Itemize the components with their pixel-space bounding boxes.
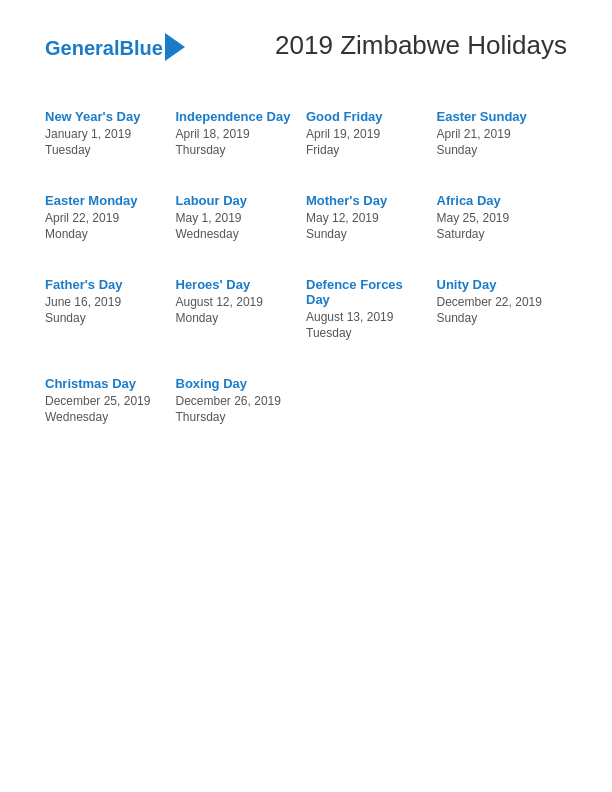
list-item: Labour DayMay 1, 2019Wednesday	[176, 175, 307, 259]
holiday-date: January 1, 2019	[45, 127, 166, 141]
holiday-name: Unity Day	[437, 277, 558, 292]
holiday-name: Boxing Day	[176, 376, 297, 391]
logo: GeneralBlue	[45, 33, 185, 59]
holiday-day: Sunday	[437, 311, 558, 325]
page-header: GeneralBlue 2019 Zimbabwe Holidays	[0, 0, 612, 81]
list-item: Christmas DayDecember 25, 2019Wednesday	[45, 358, 176, 442]
list-item: Defence Forces DayAugust 13, 2019Tuesday	[306, 259, 437, 358]
list-item: Heroes' DayAugust 12, 2019Monday	[176, 259, 307, 358]
holiday-name: Father's Day	[45, 277, 166, 292]
logo-triangle-icon	[165, 33, 185, 61]
holiday-date: April 18, 2019	[176, 127, 297, 141]
holiday-name: Easter Monday	[45, 193, 166, 208]
holiday-day: Saturday	[437, 227, 558, 241]
holiday-day: Tuesday	[306, 326, 427, 340]
list-item: Easter MondayApril 22, 2019Monday	[45, 175, 176, 259]
list-item: Mother's DayMay 12, 2019Sunday	[306, 175, 437, 259]
holiday-day: Monday	[176, 311, 297, 325]
list-item: New Year's DayJanuary 1, 2019Tuesday	[45, 91, 176, 175]
holiday-name: Christmas Day	[45, 376, 166, 391]
holiday-day: Sunday	[306, 227, 427, 241]
holiday-date: April 19, 2019	[306, 127, 427, 141]
holidays-grid: New Year's DayJanuary 1, 2019TuesdayInde…	[45, 91, 567, 442]
list-item: Easter SundayApril 21, 2019Sunday	[437, 91, 568, 175]
holiday-day: Wednesday	[176, 227, 297, 241]
holiday-name: Easter Sunday	[437, 109, 558, 124]
holiday-date: August 13, 2019	[306, 310, 427, 324]
holiday-day: Sunday	[437, 143, 558, 157]
holiday-day: Thursday	[176, 143, 297, 157]
holiday-name: Defence Forces Day	[306, 277, 427, 307]
holiday-name: Africa Day	[437, 193, 558, 208]
list-item: Africa DayMay 25, 2019Saturday	[437, 175, 568, 259]
holiday-day: Monday	[45, 227, 166, 241]
holiday-date: December 22, 2019	[437, 295, 558, 309]
holiday-date: June 16, 2019	[45, 295, 166, 309]
holiday-day: Thursday	[176, 410, 297, 424]
holiday-date: May 25, 2019	[437, 211, 558, 225]
holiday-date: April 21, 2019	[437, 127, 558, 141]
holiday-day: Wednesday	[45, 410, 166, 424]
page-title: 2019 Zimbabwe Holidays	[275, 30, 567, 61]
holiday-day: Friday	[306, 143, 427, 157]
holiday-name: Independence Day	[176, 109, 297, 124]
list-item: Father's DayJune 16, 2019Sunday	[45, 259, 176, 358]
list-item: Boxing DayDecember 26, 2019Thursday	[176, 358, 307, 442]
holiday-day: Tuesday	[45, 143, 166, 157]
holiday-name: New Year's Day	[45, 109, 166, 124]
holiday-name: Heroes' Day	[176, 277, 297, 292]
holiday-name: Mother's Day	[306, 193, 427, 208]
holiday-date: May 12, 2019	[306, 211, 427, 225]
holiday-date: December 26, 2019	[176, 394, 297, 408]
list-item: Unity DayDecember 22, 2019Sunday	[437, 259, 568, 358]
holiday-day: Sunday	[45, 311, 166, 325]
logo-text: GeneralBlue	[45, 37, 163, 59]
list-item: Independence DayApril 18, 2019Thursday	[176, 91, 307, 175]
content-area: New Year's DayJanuary 1, 2019TuesdayInde…	[0, 81, 612, 472]
holiday-date: May 1, 2019	[176, 211, 297, 225]
holiday-name: Labour Day	[176, 193, 297, 208]
holiday-date: August 12, 2019	[176, 295, 297, 309]
holiday-date: April 22, 2019	[45, 211, 166, 225]
holiday-date: December 25, 2019	[45, 394, 166, 408]
list-item: Good FridayApril 19, 2019Friday	[306, 91, 437, 175]
holiday-name: Good Friday	[306, 109, 427, 124]
